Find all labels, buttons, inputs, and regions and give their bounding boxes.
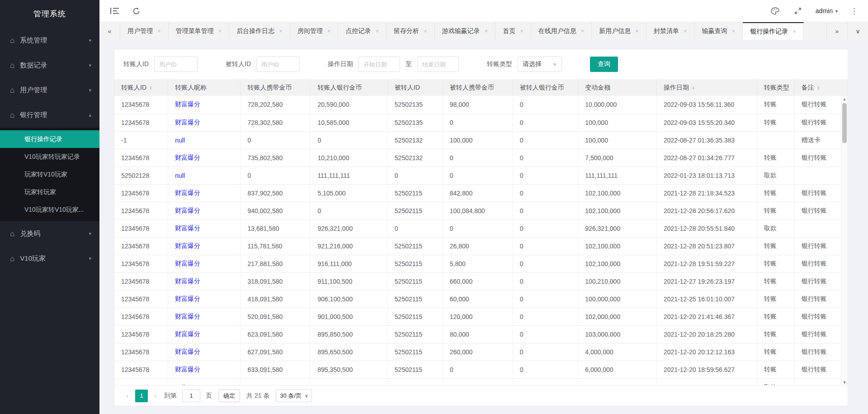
nickname-link-cell[interactable]: 财富爆分 [168, 219, 241, 237]
tab-点控记录[interactable]: 点控记录× [338, 22, 387, 40]
tab-输赢查询[interactable]: 输赢查询× [695, 22, 743, 40]
table-scrollbar[interactable]: ▲ ▼ [841, 96, 848, 385]
nickname-link-cell[interactable]: 财富爆分 [168, 272, 241, 290]
search-button[interactable]: 查询 [590, 57, 618, 72]
sidebar-item-V10玩家[interactable]: ⌂V10玩家▾ [0, 246, 99, 271]
sort-icon[interactable]: ▲▼ [692, 86, 695, 90]
scrollbar-track[interactable] [841, 102, 848, 379]
next-page-icon[interactable]: › [150, 392, 161, 400]
nickname-link-cell[interactable]: null [168, 167, 241, 184]
tab-close-icon[interactable]: × [793, 28, 796, 35]
nickname-link-cell[interactable]: 财富爆分 [168, 202, 241, 219]
sort-icon[interactable]: ▲▼ [149, 86, 152, 90]
tab-新用户信息[interactable]: 新用户信息× [592, 22, 646, 40]
table-cell: 895,850,500 [311, 325, 387, 343]
nickname-link-cell[interactable]: 财富爆分 [168, 361, 241, 378]
tab-在线用户信息[interactable]: 在线用户信息× [531, 22, 592, 40]
sidebar-collapse-icon[interactable] [109, 6, 119, 16]
column-header-被转人银行金币: 被转人银行金币 [513, 79, 578, 96]
type-select[interactable]: 请选择 ▼ [518, 57, 562, 72]
sort-icon[interactable]: ▲▼ [817, 86, 820, 90]
tab-后台操作日志[interactable]: 后台操作日志× [229, 22, 290, 40]
prev-page-icon[interactable]: ‹ [122, 392, 133, 400]
refresh-icon[interactable] [131, 6, 141, 16]
nickname-link-cell[interactable]: null [168, 378, 241, 385]
nickname-link-cell[interactable]: 财富爆分 [168, 343, 241, 361]
table-cell: 银行转账 [794, 202, 848, 219]
scrollbar-thumb[interactable] [842, 103, 847, 143]
theme-palette-icon[interactable] [770, 6, 780, 16]
sidebar-subitem-V10玩家转V10玩家...[interactable]: V10玩家转V10玩家... [0, 201, 99, 219]
column-header-转账人ID[interactable]: 转账人ID▲▼ [114, 79, 168, 96]
tabs-scroll-right-icon[interactable]: » [826, 22, 847, 40]
tab-close-icon[interactable]: × [327, 28, 331, 34]
column-header-操作日期[interactable]: 操作日期▲▼ [656, 79, 757, 96]
nickname-link-cell[interactable]: 财富爆分 [168, 114, 241, 131]
page-number-button[interactable]: 1 [135, 390, 148, 402]
tab-游戏输赢记录[interactable]: 游戏输赢记录× [435, 22, 496, 40]
table-cell: 12345678 [114, 325, 168, 343]
tab-close-icon[interactable]: × [581, 28, 585, 34]
tab-close-icon[interactable]: × [520, 28, 524, 34]
nickname-link-cell[interactable]: 财富爆分 [168, 308, 241, 325]
scroll-up-icon[interactable]: ▲ [843, 96, 847, 102]
from-id-input[interactable] [154, 57, 198, 72]
app-title: 管理系统 [0, 0, 99, 28]
tabs-dropdown-icon[interactable]: ∨ [847, 22, 868, 40]
table-cell [794, 167, 848, 184]
page-size-select[interactable]: 30 条/页 ∨ [276, 390, 312, 402]
nickname-link-cell[interactable]: 财富爆分 [168, 149, 241, 167]
column-header-转账人银行金币: 转账人银行金币 [311, 79, 387, 96]
nickname-link-cell[interactable]: 财富爆分 [168, 325, 241, 343]
sidebar-item-系统管理[interactable]: ⌂系统管理▾ [0, 28, 99, 53]
jump-confirm-button[interactable]: 确定 [218, 390, 240, 402]
table-cell: 52502128 [114, 167, 168, 184]
table-cell: 102,100,000 [578, 237, 657, 255]
tab-close-icon[interactable]: × [684, 28, 687, 34]
table-cell: 52502115 [387, 184, 443, 202]
nickname-link-cell[interactable]: 财富爆分 [168, 184, 241, 202]
tab-close-icon[interactable]: × [635, 28, 639, 34]
tab-close-icon[interactable]: × [375, 28, 379, 34]
tab-label: 在线用户信息 [538, 27, 576, 35]
tab-close-icon[interactable]: × [485, 28, 488, 34]
sidebar-item-兑换码[interactable]: ⌂兑换码▾ [0, 221, 99, 246]
sidebar-item-用户管理[interactable]: ⌂用户管理▾ [0, 78, 99, 103]
sidebar-subitem-V10玩家转玩家记录[interactable]: V10玩家转玩家记录 [0, 148, 99, 166]
fullscreen-icon[interactable] [793, 6, 803, 16]
column-header-备注[interactable]: 备注▲▼ [794, 79, 848, 96]
to-id-input[interactable] [256, 57, 300, 72]
tab-close-icon[interactable]: × [157, 28, 161, 34]
sidebar-subitem-玩家转玩家[interactable]: 玩家转玩家 [0, 183, 99, 201]
sidebar-item-数据记录[interactable]: ⌂数据记录▾ [0, 53, 99, 78]
tab-close-icon[interactable]: × [424, 28, 427, 34]
tab-房间管理[interactable]: 房间管理× [290, 22, 339, 40]
more-options-icon[interactable]: ⋮ [850, 6, 858, 16]
tab-close-icon[interactable]: × [732, 28, 736, 34]
table-cell: 0 [443, 219, 513, 237]
date-start-input[interactable] [359, 57, 400, 72]
tab-银行操作记录[interactable]: 银行操作记录× [743, 22, 804, 40]
table-cell: 98,000 [443, 96, 513, 114]
tabs-scroll-left-icon[interactable]: « [99, 22, 120, 40]
nickname-link-cell[interactable]: 财富爆分 [168, 237, 241, 255]
tab-用户管理[interactable]: 用户管理× [120, 22, 169, 40]
nickname-link-cell[interactable]: 财富爆分 [168, 290, 241, 308]
nickname-link-cell[interactable]: 财富爆分 [168, 96, 241, 114]
tab-close-icon[interactable]: × [279, 28, 283, 34]
sidebar-item-银行管理[interactable]: ⌂银行管理▴ [0, 103, 99, 128]
sidebar-subitem-玩家转V10玩家[interactable]: 玩家转V10玩家 [0, 166, 99, 183]
tab-管理菜单管理[interactable]: 管理菜单管理× [169, 22, 230, 40]
nickname-link-cell[interactable]: 财富爆分 [168, 255, 241, 272]
sidebar-subitem-银行操作记录[interactable]: 银行操作记录 [0, 130, 99, 148]
nickname-link-cell[interactable]: null [168, 131, 241, 149]
table-row: 12345678财富爆分728,202,58020,590,0005250213… [114, 96, 848, 114]
date-end-input[interactable] [417, 57, 459, 72]
user-menu[interactable]: admin ▾ [816, 7, 838, 14]
jump-page-input[interactable] [182, 390, 200, 402]
tab-首页[interactable]: 首页× [495, 22, 531, 40]
tab-close-icon[interactable]: × [218, 28, 222, 34]
scroll-down-icon[interactable]: ▼ [843, 379, 847, 385]
tab-留存分析[interactable]: 留存分析× [387, 22, 435, 40]
tab-封禁清单[interactable]: 封禁清单× [646, 22, 695, 40]
